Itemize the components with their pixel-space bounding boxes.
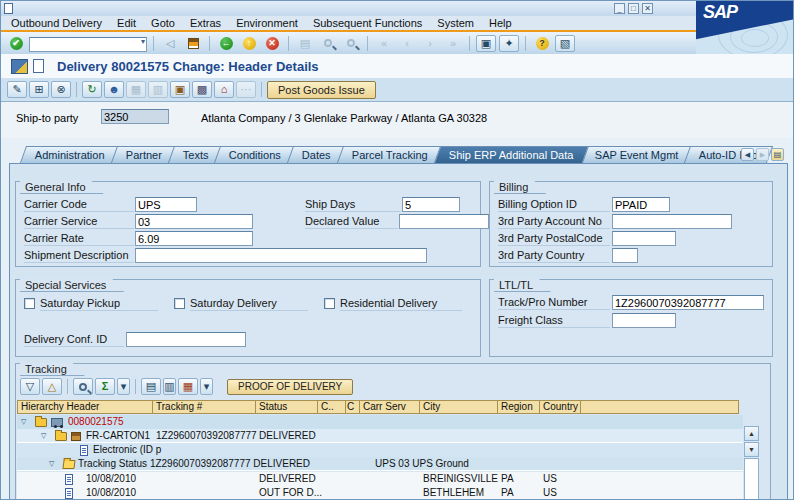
find-entries-icon[interactable] [73, 378, 93, 395]
command-field[interactable] [29, 37, 147, 52]
expand-icon[interactable]: ▽ [21, 418, 26, 426]
output-icon[interactable]: ▦ [126, 81, 146, 98]
carrier-service-input[interactable] [135, 214, 253, 229]
ship-to-input[interactable] [101, 109, 169, 124]
freight-class-input[interactable] [612, 313, 676, 328]
cancel-button[interactable]: ✕ [262, 35, 282, 52]
new-session-icon[interactable]: ▣ [476, 35, 496, 52]
residential-delivery-checkbox[interactable] [324, 298, 335, 309]
print-list-icon[interactable]: ▤ [141, 378, 161, 395]
layout-menu-icon[interactable]: ▾ [200, 378, 213, 395]
maximize-button[interactable]: □ [628, 3, 639, 14]
carrier-rate-input[interactable] [135, 231, 253, 246]
page-down-icon[interactable]: › [420, 35, 440, 52]
track-pro-input[interactable] [612, 295, 764, 310]
col-tracking-number[interactable]: Tracking # [153, 400, 256, 414]
save-button[interactable] [183, 35, 203, 52]
incompletion-icon[interactable]: ⌂ [214, 81, 234, 98]
menu-subsequent-functions[interactable]: Subsequent Functions [313, 17, 422, 29]
sum-icon[interactable]: Σ [95, 378, 115, 395]
last-page-icon[interactable]: » [443, 35, 463, 52]
col-hierarchy-header[interactable]: Hierarchy Header [17, 400, 153, 414]
find-button[interactable] [318, 35, 338, 52]
command-list-icon[interactable]: ▾ [141, 37, 145, 46]
menu-extras[interactable]: Extras [190, 17, 221, 29]
third-party-account-input[interactable] [612, 214, 732, 229]
tree-row-event-out-for-delivery[interactable]: 10/08/2010 OUT FOR D... BETHLEHEM PA US [17, 486, 743, 500]
tab-sap-event-mgmt[interactable]: SAP Event Mgmt [579, 146, 693, 163]
packing-icon[interactable]: ▣ [170, 81, 190, 98]
tab-administration[interactable]: Administration [20, 146, 120, 163]
carrier-code-input[interactable] [135, 197, 197, 212]
close-button[interactable]: ✕ [642, 3, 653, 14]
declared-value-input[interactable] [399, 214, 489, 229]
tree-row-event-delivered[interactable]: 10/08/2010 DELIVERED BREINIGSVILLE PA US [17, 472, 743, 486]
exit-button[interactable]: ↑ [239, 35, 259, 52]
col-carr-serv[interactable]: Carr Serv [360, 400, 420, 414]
scrollbar-track[interactable] [744, 458, 759, 500]
help-button[interactable]: ? [532, 35, 552, 52]
create-shortcut-icon[interactable]: ✦ [499, 35, 519, 52]
tab-scroll-right-icon[interactable]: ▶ [756, 148, 769, 161]
col-country[interactable]: Country [540, 400, 581, 414]
shipment-description-input[interactable] [135, 248, 427, 263]
tree-row-electronic[interactable]: Electronic (ID p [17, 443, 743, 457]
delete-icon[interactable]: ⊗ [51, 81, 71, 98]
scale-icon[interactable]: ▥ [148, 81, 168, 98]
tree-row-delivery[interactable]: ▽ 0080021575 [17, 415, 743, 429]
first-page-icon[interactable]: « [374, 35, 394, 52]
scroll-up-icon[interactable]: ▲ [744, 426, 759, 441]
enter-button[interactable]: ✔ [6, 35, 26, 52]
third-party-country-input[interactable] [612, 248, 638, 263]
col-c1[interactable]: C.. [318, 400, 346, 414]
saturday-pickup-checkbox[interactable] [24, 298, 35, 309]
print-button[interactable]: ▤ [295, 35, 315, 52]
menu-outbound-delivery[interactable]: Outbound Delivery [11, 17, 102, 29]
tree-row-tracking-status[interactable]: ▽ Tracking Status 1Z2960070392087777 DEL… [17, 457, 743, 471]
more-functions-icon[interactable]: ⋯ [236, 81, 256, 98]
sort-ascending-icon[interactable]: △ [42, 378, 62, 395]
tab-conditions[interactable]: Conditions [214, 146, 296, 163]
scroll-down-icon[interactable]: ▼ [744, 442, 759, 457]
ship-days-input[interactable] [402, 197, 460, 212]
page-icon[interactable] [33, 59, 44, 73]
tree-row-carton[interactable]: ▽ FR-CARTON1 1Z2960070392087777 DELIVERE… [17, 429, 743, 443]
menu-edit[interactable]: Edit [117, 17, 136, 29]
find-next-button[interactable] [341, 35, 361, 52]
other-delivery-icon[interactable]: ⊞ [29, 81, 49, 98]
col-city[interactable]: City [420, 400, 498, 414]
refresh-icon[interactable]: ↻ [82, 81, 102, 98]
tab-partner[interactable]: Partner [111, 146, 177, 163]
delivery-conf-input[interactable] [126, 332, 246, 347]
billing-option-id-input[interactable] [612, 197, 670, 212]
customize-layout-icon[interactable]: ▧ [555, 35, 575, 52]
col-status[interactable]: Status [256, 400, 318, 414]
previous-item-icon[interactable]: ◁ [160, 35, 180, 52]
partner-icon[interactable]: ☻ [104, 81, 124, 98]
layout-icon[interactable]: ▦ [178, 378, 198, 395]
delivery-document-icon[interactable] [11, 59, 28, 74]
menu-system[interactable]: System [437, 17, 474, 29]
menu-environment[interactable]: Environment [236, 17, 298, 29]
tab-list-icon[interactable]: ▤ [771, 148, 784, 161]
back-button[interactable]: ← [216, 35, 236, 52]
tab-parcel-tracking[interactable]: Parcel Tracking [337, 146, 443, 163]
saturday-delivery-checkbox[interactable] [174, 298, 185, 309]
display-change-icon[interactable]: ✎ [7, 81, 27, 98]
post-goods-issue-button[interactable]: Post Goods Issue [267, 81, 376, 99]
proof-of-delivery-button[interactable]: PROOF OF DELIVERY [227, 379, 353, 395]
col-c2[interactable]: C [346, 400, 360, 414]
sort-descending-icon[interactable]: ▽ [20, 378, 40, 395]
expand-icon[interactable]: ▽ [49, 460, 54, 468]
expand-icon[interactable]: ▽ [41, 432, 46, 440]
page-up-icon[interactable]: ‹ [397, 35, 417, 52]
export-icon[interactable]: ▥ [163, 378, 176, 395]
tab-ship-erp-additional-data[interactable]: Ship ERP Additional Data [434, 146, 589, 163]
third-party-postalcode-input[interactable] [612, 231, 676, 246]
tab-scroll-left-icon[interactable]: ◀ [741, 148, 754, 161]
sum-menu-icon[interactable]: ▾ [117, 378, 130, 395]
minimize-button[interactable]: _ [614, 3, 625, 14]
col-empty[interactable] [581, 400, 739, 414]
menu-goto[interactable]: Goto [151, 17, 175, 29]
system-menu-icon[interactable] [4, 3, 13, 14]
